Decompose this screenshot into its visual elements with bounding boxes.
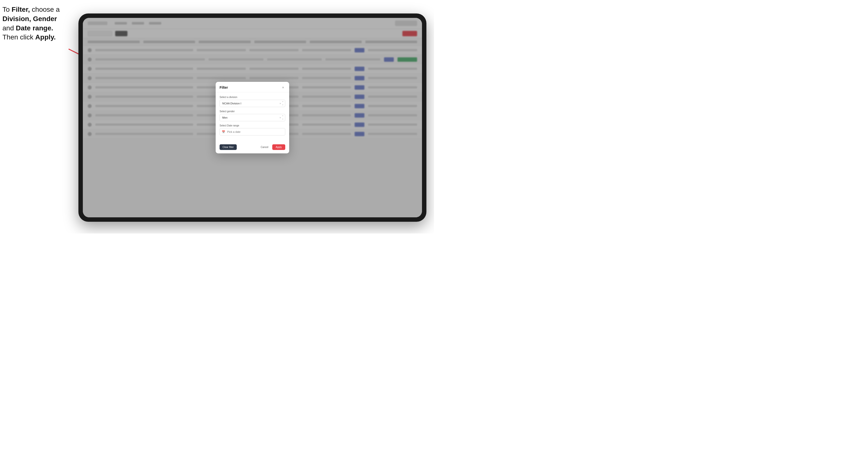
filter-modal: Filter × Select a division × ⌃⌄ [216, 82, 289, 153]
division-form-group: Select a division × ⌃⌄ [220, 96, 285, 107]
date-range-label: Select Date range [220, 124, 285, 127]
modal-body: Select a division × ⌃⌄ Select gender [216, 92, 289, 142]
gender-arrows-icon[interactable]: ⌃⌄ [282, 116, 284, 120]
modal-header: Filter × [216, 82, 289, 92]
apply-button[interactable]: Apply [272, 144, 285, 150]
gender-select-icons: × ⌃⌄ [280, 116, 284, 120]
gender-clear-icon[interactable]: × [280, 116, 281, 119]
footer-right: Cancel Apply [259, 144, 285, 150]
instruction-bold2: Division, Gender [2, 15, 57, 23]
date-range-input[interactable] [220, 128, 285, 135]
date-input-wrapper: 📅 [220, 128, 285, 135]
division-label: Select a division [220, 96, 285, 98]
instruction-line1: To Filter, choose a [2, 6, 60, 13]
gender-form-group: Select gender × ⌃⌄ [220, 110, 285, 121]
gender-select-input[interactable] [220, 114, 285, 121]
tablet-screen: Filter × Select a division × ⌃⌄ [83, 18, 422, 217]
division-select-icons: × ⌃⌄ [280, 101, 284, 105]
instruction-line3: and Date range. [2, 24, 53, 32]
division-select-input[interactable] [220, 100, 285, 107]
clear-filter-button[interactable]: Clear filter [220, 144, 237, 150]
division-select-wrapper: × ⌃⌄ [220, 100, 285, 107]
gender-select-wrapper: × ⌃⌄ [220, 114, 285, 121]
date-range-form-group: Select Date range 📅 [220, 124, 285, 135]
modal-close-button[interactable]: × [281, 85, 285, 90]
division-arrows-icon[interactable]: ⌃⌄ [282, 101, 284, 105]
tablet-frame: Filter × Select a division × ⌃⌄ [79, 13, 426, 222]
calendar-icon: 📅 [222, 130, 225, 133]
modal-overlay: Filter × Select a division × ⌃⌄ [83, 18, 422, 217]
division-clear-icon[interactable]: × [280, 102, 281, 105]
instruction-text: To Filter, choose a Division, Gender and… [2, 5, 73, 42]
cancel-button[interactable]: Cancel [259, 144, 270, 150]
instruction-line4: Then click Apply. [2, 33, 56, 41]
gender-label: Select gender [220, 110, 285, 113]
modal-footer: Clear filter Cancel Apply [216, 142, 289, 153]
modal-title: Filter [220, 86, 228, 89]
